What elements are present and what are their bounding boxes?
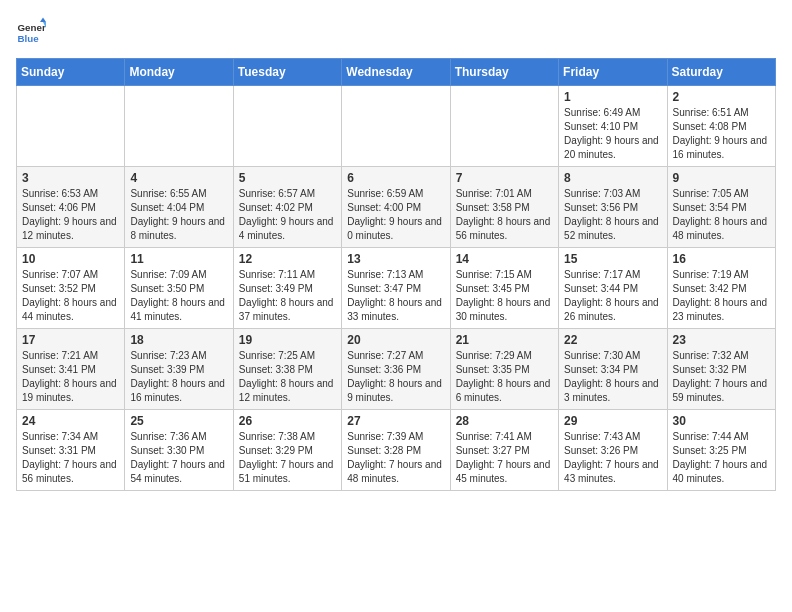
day-number: 24: [22, 414, 119, 428]
weekday-header-tuesday: Tuesday: [233, 59, 341, 86]
day-number: 20: [347, 333, 444, 347]
calendar-cell: 12Sunrise: 7:11 AM Sunset: 3:49 PM Dayli…: [233, 248, 341, 329]
calendar-cell: 13Sunrise: 7:13 AM Sunset: 3:47 PM Dayli…: [342, 248, 450, 329]
calendar-week-row: 10Sunrise: 7:07 AM Sunset: 3:52 PM Dayli…: [17, 248, 776, 329]
logo-icon: General Blue: [16, 16, 46, 46]
calendar-week-row: 1Sunrise: 6:49 AM Sunset: 4:10 PM Daylig…: [17, 86, 776, 167]
day-number: 23: [673, 333, 770, 347]
day-info: Sunrise: 7:09 AM Sunset: 3:50 PM Dayligh…: [130, 268, 227, 324]
day-info: Sunrise: 7:19 AM Sunset: 3:42 PM Dayligh…: [673, 268, 770, 324]
day-info: Sunrise: 7:32 AM Sunset: 3:32 PM Dayligh…: [673, 349, 770, 405]
calendar-table: SundayMondayTuesdayWednesdayThursdayFrid…: [16, 58, 776, 491]
weekday-header-monday: Monday: [125, 59, 233, 86]
day-info: Sunrise: 7:03 AM Sunset: 3:56 PM Dayligh…: [564, 187, 661, 243]
calendar-cell: 11Sunrise: 7:09 AM Sunset: 3:50 PM Dayli…: [125, 248, 233, 329]
calendar-cell: 10Sunrise: 7:07 AM Sunset: 3:52 PM Dayli…: [17, 248, 125, 329]
calendar-cell: 29Sunrise: 7:43 AM Sunset: 3:26 PM Dayli…: [559, 410, 667, 491]
day-info: Sunrise: 7:27 AM Sunset: 3:36 PM Dayligh…: [347, 349, 444, 405]
day-info: Sunrise: 7:41 AM Sunset: 3:27 PM Dayligh…: [456, 430, 553, 486]
calendar-cell: 8Sunrise: 7:03 AM Sunset: 3:56 PM Daylig…: [559, 167, 667, 248]
calendar-cell: 28Sunrise: 7:41 AM Sunset: 3:27 PM Dayli…: [450, 410, 558, 491]
day-info: Sunrise: 7:30 AM Sunset: 3:34 PM Dayligh…: [564, 349, 661, 405]
day-number: 4: [130, 171, 227, 185]
calendar-cell: 6Sunrise: 6:59 AM Sunset: 4:00 PM Daylig…: [342, 167, 450, 248]
day-number: 6: [347, 171, 444, 185]
weekday-header-wednesday: Wednesday: [342, 59, 450, 86]
day-info: Sunrise: 7:29 AM Sunset: 3:35 PM Dayligh…: [456, 349, 553, 405]
day-info: Sunrise: 7:38 AM Sunset: 3:29 PM Dayligh…: [239, 430, 336, 486]
day-number: 18: [130, 333, 227, 347]
day-number: 10: [22, 252, 119, 266]
day-number: 7: [456, 171, 553, 185]
day-number: 16: [673, 252, 770, 266]
calendar-cell: 9Sunrise: 7:05 AM Sunset: 3:54 PM Daylig…: [667, 167, 775, 248]
calendar-cell: 16Sunrise: 7:19 AM Sunset: 3:42 PM Dayli…: [667, 248, 775, 329]
day-info: Sunrise: 7:21 AM Sunset: 3:41 PM Dayligh…: [22, 349, 119, 405]
calendar-cell: [450, 86, 558, 167]
calendar-cell: 5Sunrise: 6:57 AM Sunset: 4:02 PM Daylig…: [233, 167, 341, 248]
calendar-week-row: 3Sunrise: 6:53 AM Sunset: 4:06 PM Daylig…: [17, 167, 776, 248]
day-number: 29: [564, 414, 661, 428]
weekday-header-friday: Friday: [559, 59, 667, 86]
calendar-cell: [233, 86, 341, 167]
day-number: 27: [347, 414, 444, 428]
calendar-cell: 25Sunrise: 7:36 AM Sunset: 3:30 PM Dayli…: [125, 410, 233, 491]
calendar-cell: 24Sunrise: 7:34 AM Sunset: 3:31 PM Dayli…: [17, 410, 125, 491]
day-info: Sunrise: 7:07 AM Sunset: 3:52 PM Dayligh…: [22, 268, 119, 324]
day-number: 11: [130, 252, 227, 266]
weekday-header-thursday: Thursday: [450, 59, 558, 86]
day-number: 1: [564, 90, 661, 104]
day-number: 13: [347, 252, 444, 266]
day-info: Sunrise: 7:13 AM Sunset: 3:47 PM Dayligh…: [347, 268, 444, 324]
svg-marker-2: [40, 18, 46, 23]
day-info: Sunrise: 7:17 AM Sunset: 3:44 PM Dayligh…: [564, 268, 661, 324]
day-info: Sunrise: 7:43 AM Sunset: 3:26 PM Dayligh…: [564, 430, 661, 486]
page-header: General Blue: [16, 16, 776, 46]
day-number: 9: [673, 171, 770, 185]
calendar-cell: 3Sunrise: 6:53 AM Sunset: 4:06 PM Daylig…: [17, 167, 125, 248]
calendar-week-row: 24Sunrise: 7:34 AM Sunset: 3:31 PM Dayli…: [17, 410, 776, 491]
calendar-cell: 21Sunrise: 7:29 AM Sunset: 3:35 PM Dayli…: [450, 329, 558, 410]
day-number: 17: [22, 333, 119, 347]
calendar-cell: 26Sunrise: 7:38 AM Sunset: 3:29 PM Dayli…: [233, 410, 341, 491]
day-info: Sunrise: 7:01 AM Sunset: 3:58 PM Dayligh…: [456, 187, 553, 243]
day-info: Sunrise: 7:11 AM Sunset: 3:49 PM Dayligh…: [239, 268, 336, 324]
day-number: 8: [564, 171, 661, 185]
day-number: 19: [239, 333, 336, 347]
calendar-cell: 19Sunrise: 7:25 AM Sunset: 3:38 PM Dayli…: [233, 329, 341, 410]
calendar-cell: [17, 86, 125, 167]
calendar-cell: 4Sunrise: 6:55 AM Sunset: 4:04 PM Daylig…: [125, 167, 233, 248]
calendar-cell: 30Sunrise: 7:44 AM Sunset: 3:25 PM Dayli…: [667, 410, 775, 491]
day-info: Sunrise: 7:25 AM Sunset: 3:38 PM Dayligh…: [239, 349, 336, 405]
calendar-cell: 2Sunrise: 6:51 AM Sunset: 4:08 PM Daylig…: [667, 86, 775, 167]
day-number: 26: [239, 414, 336, 428]
day-info: Sunrise: 7:23 AM Sunset: 3:39 PM Dayligh…: [130, 349, 227, 405]
day-number: 21: [456, 333, 553, 347]
day-number: 14: [456, 252, 553, 266]
logo: General Blue: [16, 16, 46, 46]
calendar-cell: 17Sunrise: 7:21 AM Sunset: 3:41 PM Dayli…: [17, 329, 125, 410]
calendar-week-row: 17Sunrise: 7:21 AM Sunset: 3:41 PM Dayli…: [17, 329, 776, 410]
weekday-header-saturday: Saturday: [667, 59, 775, 86]
day-number: 2: [673, 90, 770, 104]
day-info: Sunrise: 7:39 AM Sunset: 3:28 PM Dayligh…: [347, 430, 444, 486]
day-info: Sunrise: 6:59 AM Sunset: 4:00 PM Dayligh…: [347, 187, 444, 243]
calendar-cell: 7Sunrise: 7:01 AM Sunset: 3:58 PM Daylig…: [450, 167, 558, 248]
calendar-cell: [125, 86, 233, 167]
calendar-cell: 22Sunrise: 7:30 AM Sunset: 3:34 PM Dayli…: [559, 329, 667, 410]
day-number: 28: [456, 414, 553, 428]
day-number: 22: [564, 333, 661, 347]
calendar-cell: 1Sunrise: 6:49 AM Sunset: 4:10 PM Daylig…: [559, 86, 667, 167]
calendar-header-row: SundayMondayTuesdayWednesdayThursdayFrid…: [17, 59, 776, 86]
day-number: 30: [673, 414, 770, 428]
calendar-cell: 14Sunrise: 7:15 AM Sunset: 3:45 PM Dayli…: [450, 248, 558, 329]
day-info: Sunrise: 7:36 AM Sunset: 3:30 PM Dayligh…: [130, 430, 227, 486]
day-info: Sunrise: 7:05 AM Sunset: 3:54 PM Dayligh…: [673, 187, 770, 243]
day-info: Sunrise: 6:51 AM Sunset: 4:08 PM Dayligh…: [673, 106, 770, 162]
calendar-cell: 18Sunrise: 7:23 AM Sunset: 3:39 PM Dayli…: [125, 329, 233, 410]
day-info: Sunrise: 6:53 AM Sunset: 4:06 PM Dayligh…: [22, 187, 119, 243]
day-info: Sunrise: 6:49 AM Sunset: 4:10 PM Dayligh…: [564, 106, 661, 162]
calendar-cell: [342, 86, 450, 167]
day-number: 15: [564, 252, 661, 266]
day-number: 5: [239, 171, 336, 185]
